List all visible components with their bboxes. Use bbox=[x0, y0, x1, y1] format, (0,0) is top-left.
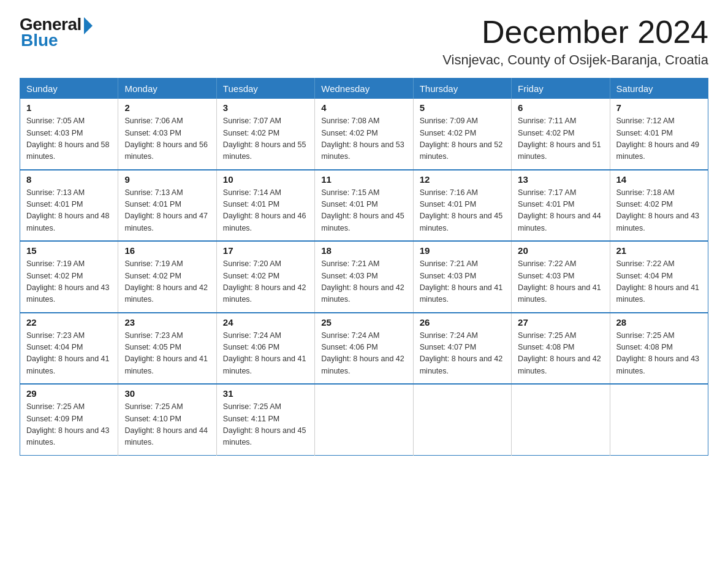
table-row: 27 Sunrise: 7:25 AMSunset: 4:08 PMDaylig… bbox=[512, 313, 610, 385]
day-number: 29 bbox=[26, 388, 112, 399]
table-row: 12 Sunrise: 7:16 AMSunset: 4:01 PMDaylig… bbox=[413, 170, 511, 242]
table-row: 3 Sunrise: 7:07 AMSunset: 4:02 PMDayligh… bbox=[216, 99, 314, 170]
day-info: Sunrise: 7:18 AMSunset: 4:02 PMDaylight:… bbox=[616, 187, 702, 235]
day-number: 6 bbox=[518, 102, 603, 113]
day-info: Sunrise: 7:14 AMSunset: 4:01 PMDaylight:… bbox=[223, 187, 308, 235]
table-row: 8 Sunrise: 7:13 AMSunset: 4:01 PMDayligh… bbox=[20, 170, 118, 242]
day-info: Sunrise: 7:25 AMSunset: 4:11 PMDaylight:… bbox=[223, 401, 308, 449]
day-info: Sunrise: 7:19 AMSunset: 4:02 PMDaylight:… bbox=[26, 258, 112, 306]
day-info: Sunrise: 7:23 AMSunset: 4:05 PMDaylight:… bbox=[124, 330, 210, 378]
calendar-week-row: 22 Sunrise: 7:23 AMSunset: 4:04 PMDaylig… bbox=[20, 313, 708, 385]
title-section: December 2024 Visnjevac, County of Osije… bbox=[442, 15, 708, 68]
day-info: Sunrise: 7:08 AMSunset: 4:02 PMDaylight:… bbox=[321, 115, 406, 163]
day-info: Sunrise: 7:13 AMSunset: 4:01 PMDaylight:… bbox=[124, 187, 210, 235]
day-number: 19 bbox=[420, 245, 505, 256]
table-row: 2 Sunrise: 7:06 AMSunset: 4:03 PMDayligh… bbox=[118, 99, 216, 170]
day-info: Sunrise: 7:13 AMSunset: 4:01 PMDaylight:… bbox=[26, 187, 112, 235]
day-info: Sunrise: 7:24 AMSunset: 4:07 PMDaylight:… bbox=[420, 330, 505, 378]
table-row: 11 Sunrise: 7:15 AMSunset: 4:01 PMDaylig… bbox=[315, 170, 413, 242]
col-sunday: Sunday bbox=[20, 79, 118, 99]
table-row: 13 Sunrise: 7:17 AMSunset: 4:01 PMDaylig… bbox=[512, 170, 610, 242]
day-number: 24 bbox=[223, 317, 308, 327]
table-row: 6 Sunrise: 7:11 AMSunset: 4:02 PMDayligh… bbox=[512, 99, 610, 170]
table-row: 5 Sunrise: 7:09 AMSunset: 4:02 PMDayligh… bbox=[413, 99, 511, 170]
day-info: Sunrise: 7:25 AMSunset: 4:08 PMDaylight:… bbox=[518, 330, 603, 378]
day-info: Sunrise: 7:15 AMSunset: 4:01 PMDaylight:… bbox=[321, 187, 406, 235]
table-row: 17 Sunrise: 7:20 AMSunset: 4:02 PMDaylig… bbox=[216, 241, 314, 313]
table-row: 23 Sunrise: 7:23 AMSunset: 4:05 PMDaylig… bbox=[118, 313, 216, 385]
col-friday: Friday bbox=[512, 79, 610, 99]
table-row: 10 Sunrise: 7:14 AMSunset: 4:01 PMDaylig… bbox=[216, 170, 314, 242]
day-number: 27 bbox=[518, 317, 603, 327]
day-info: Sunrise: 7:25 AMSunset: 4:10 PMDaylight:… bbox=[124, 401, 210, 449]
day-info: Sunrise: 7:05 AMSunset: 4:03 PMDaylight:… bbox=[26, 115, 112, 163]
table-row: 28 Sunrise: 7:25 AMSunset: 4:08 PMDaylig… bbox=[610, 313, 708, 385]
table-row bbox=[610, 384, 708, 455]
logo-blue-text: Blue bbox=[20, 31, 58, 50]
day-number: 11 bbox=[321, 174, 406, 185]
calendar-week-row: 1 Sunrise: 7:05 AMSunset: 4:03 PMDayligh… bbox=[20, 99, 708, 170]
day-number: 22 bbox=[26, 317, 112, 327]
day-number: 30 bbox=[124, 388, 210, 399]
day-info: Sunrise: 7:22 AMSunset: 4:03 PMDaylight:… bbox=[518, 258, 603, 306]
day-number: 25 bbox=[321, 317, 406, 327]
day-number: 15 bbox=[26, 245, 112, 256]
col-tuesday: Tuesday bbox=[216, 79, 314, 99]
table-row: 21 Sunrise: 7:22 AMSunset: 4:04 PMDaylig… bbox=[610, 241, 708, 313]
table-row bbox=[512, 384, 610, 455]
day-number: 14 bbox=[616, 174, 702, 185]
table-row: 30 Sunrise: 7:25 AMSunset: 4:10 PMDaylig… bbox=[118, 384, 216, 455]
day-number: 18 bbox=[321, 245, 406, 256]
day-number: 17 bbox=[223, 245, 308, 256]
table-row: 18 Sunrise: 7:21 AMSunset: 4:03 PMDaylig… bbox=[315, 241, 413, 313]
location-text: Visnjevac, County of Osijek-Baranja, Cro… bbox=[442, 52, 708, 68]
day-number: 7 bbox=[616, 102, 702, 113]
table-row: 14 Sunrise: 7:18 AMSunset: 4:02 PMDaylig… bbox=[610, 170, 708, 242]
day-number: 12 bbox=[420, 174, 505, 185]
day-info: Sunrise: 7:06 AMSunset: 4:03 PMDaylight:… bbox=[124, 115, 210, 163]
logo: General Blue bbox=[20, 15, 93, 50]
table-row: 31 Sunrise: 7:25 AMSunset: 4:11 PMDaylig… bbox=[216, 384, 314, 455]
day-info: Sunrise: 7:09 AMSunset: 4:02 PMDaylight:… bbox=[420, 115, 505, 163]
day-info: Sunrise: 7:07 AMSunset: 4:02 PMDaylight:… bbox=[223, 115, 308, 163]
table-row: 20 Sunrise: 7:22 AMSunset: 4:03 PMDaylig… bbox=[512, 241, 610, 313]
day-number: 9 bbox=[124, 174, 210, 185]
calendar-week-row: 8 Sunrise: 7:13 AMSunset: 4:01 PMDayligh… bbox=[20, 170, 708, 242]
table-row: 7 Sunrise: 7:12 AMSunset: 4:01 PMDayligh… bbox=[610, 99, 708, 170]
calendar-week-row: 15 Sunrise: 7:19 AMSunset: 4:02 PMDaylig… bbox=[20, 241, 708, 313]
day-number: 1 bbox=[26, 102, 112, 113]
table-row: 15 Sunrise: 7:19 AMSunset: 4:02 PMDaylig… bbox=[20, 241, 118, 313]
page-header: General Blue December 2024 Visnjevac, Co… bbox=[20, 15, 708, 68]
table-row: 9 Sunrise: 7:13 AMSunset: 4:01 PMDayligh… bbox=[118, 170, 216, 242]
day-info: Sunrise: 7:25 AMSunset: 4:08 PMDaylight:… bbox=[616, 330, 702, 378]
logo-arrow-icon bbox=[84, 17, 93, 34]
day-info: Sunrise: 7:12 AMSunset: 4:01 PMDaylight:… bbox=[616, 115, 702, 163]
table-row: 19 Sunrise: 7:21 AMSunset: 4:03 PMDaylig… bbox=[413, 241, 511, 313]
day-number: 10 bbox=[223, 174, 308, 185]
day-number: 20 bbox=[518, 245, 603, 256]
calendar-header-row: Sunday Monday Tuesday Wednesday Thursday… bbox=[20, 79, 708, 99]
table-row bbox=[413, 384, 511, 455]
day-number: 4 bbox=[321, 102, 406, 113]
day-info: Sunrise: 7:19 AMSunset: 4:02 PMDaylight:… bbox=[124, 258, 210, 306]
day-info: Sunrise: 7:17 AMSunset: 4:01 PMDaylight:… bbox=[518, 187, 603, 235]
calendar-week-row: 29 Sunrise: 7:25 AMSunset: 4:09 PMDaylig… bbox=[20, 384, 708, 455]
day-info: Sunrise: 7:16 AMSunset: 4:01 PMDaylight:… bbox=[420, 187, 505, 235]
table-row bbox=[315, 384, 413, 455]
col-thursday: Thursday bbox=[413, 79, 511, 99]
table-row: 1 Sunrise: 7:05 AMSunset: 4:03 PMDayligh… bbox=[20, 99, 118, 170]
table-row: 26 Sunrise: 7:24 AMSunset: 4:07 PMDaylig… bbox=[413, 313, 511, 385]
month-title: December 2024 bbox=[442, 15, 708, 50]
day-number: 23 bbox=[124, 317, 210, 327]
day-info: Sunrise: 7:21 AMSunset: 4:03 PMDaylight:… bbox=[420, 258, 505, 306]
day-number: 8 bbox=[26, 174, 112, 185]
day-number: 16 bbox=[124, 245, 210, 256]
day-info: Sunrise: 7:24 AMSunset: 4:06 PMDaylight:… bbox=[321, 330, 406, 378]
day-info: Sunrise: 7:24 AMSunset: 4:06 PMDaylight:… bbox=[223, 330, 308, 378]
col-wednesday: Wednesday bbox=[315, 79, 413, 99]
day-number: 3 bbox=[223, 102, 308, 113]
day-number: 31 bbox=[223, 388, 308, 399]
table-row: 4 Sunrise: 7:08 AMSunset: 4:02 PMDayligh… bbox=[315, 99, 413, 170]
calendar-table: Sunday Monday Tuesday Wednesday Thursday… bbox=[20, 78, 708, 456]
col-saturday: Saturday bbox=[610, 79, 708, 99]
